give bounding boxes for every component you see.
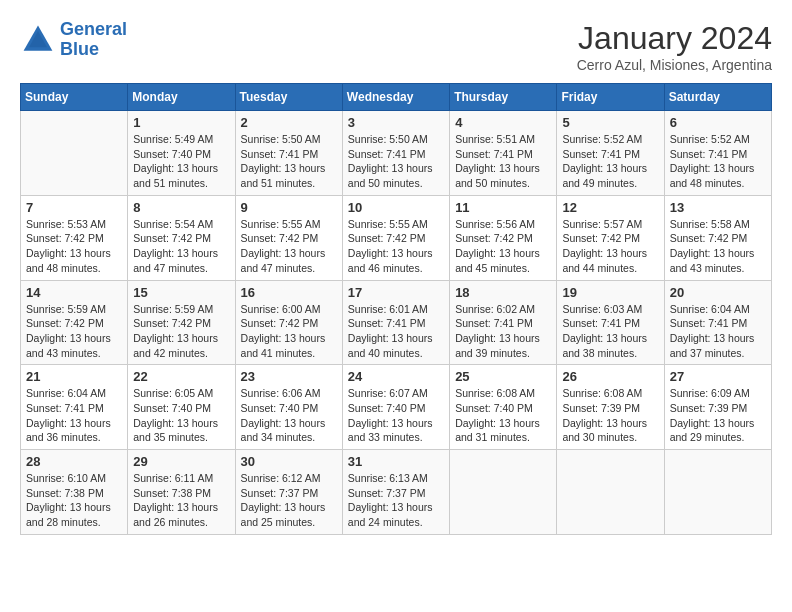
weekday-header-cell: Tuesday (235, 84, 342, 111)
day-number: 2 (241, 115, 337, 130)
calendar-day-cell: 15Sunrise: 5:59 AMSunset: 7:42 PMDayligh… (128, 280, 235, 365)
logo-text: General Blue (60, 20, 127, 60)
calendar-day-cell (664, 450, 771, 535)
calendar-day-cell (450, 450, 557, 535)
day-info: Sunrise: 5:59 AMSunset: 7:42 PMDaylight:… (26, 302, 122, 361)
day-info: Sunrise: 6:00 AMSunset: 7:42 PMDaylight:… (241, 302, 337, 361)
day-number: 19 (562, 285, 658, 300)
day-info: Sunrise: 6:07 AMSunset: 7:40 PMDaylight:… (348, 386, 444, 445)
calendar-day-cell: 30Sunrise: 6:12 AMSunset: 7:37 PMDayligh… (235, 450, 342, 535)
weekday-header-cell: Saturday (664, 84, 771, 111)
day-number: 27 (670, 369, 766, 384)
day-info: Sunrise: 6:04 AMSunset: 7:41 PMDaylight:… (26, 386, 122, 445)
day-info: Sunrise: 5:49 AMSunset: 7:40 PMDaylight:… (133, 132, 229, 191)
day-info: Sunrise: 5:52 AMSunset: 7:41 PMDaylight:… (562, 132, 658, 191)
day-info: Sunrise: 6:11 AMSunset: 7:38 PMDaylight:… (133, 471, 229, 530)
day-info: Sunrise: 6:08 AMSunset: 7:39 PMDaylight:… (562, 386, 658, 445)
day-number: 6 (670, 115, 766, 130)
weekday-header-cell: Friday (557, 84, 664, 111)
calendar-day-cell: 25Sunrise: 6:08 AMSunset: 7:40 PMDayligh… (450, 365, 557, 450)
calendar-day-cell: 3Sunrise: 5:50 AMSunset: 7:41 PMDaylight… (342, 111, 449, 196)
day-number: 28 (26, 454, 122, 469)
day-number: 22 (133, 369, 229, 384)
day-number: 11 (455, 200, 551, 215)
calendar-day-cell: 11Sunrise: 5:56 AMSunset: 7:42 PMDayligh… (450, 195, 557, 280)
calendar-day-cell: 14Sunrise: 5:59 AMSunset: 7:42 PMDayligh… (21, 280, 128, 365)
day-number: 18 (455, 285, 551, 300)
day-info: Sunrise: 6:08 AMSunset: 7:40 PMDaylight:… (455, 386, 551, 445)
calendar-day-cell: 17Sunrise: 6:01 AMSunset: 7:41 PMDayligh… (342, 280, 449, 365)
day-info: Sunrise: 5:54 AMSunset: 7:42 PMDaylight:… (133, 217, 229, 276)
calendar-day-cell: 29Sunrise: 6:11 AMSunset: 7:38 PMDayligh… (128, 450, 235, 535)
day-number: 3 (348, 115, 444, 130)
location-subtitle: Cerro Azul, Misiones, Argentina (577, 57, 772, 73)
calendar-day-cell: 31Sunrise: 6:13 AMSunset: 7:37 PMDayligh… (342, 450, 449, 535)
day-number: 31 (348, 454, 444, 469)
weekday-header-row: SundayMondayTuesdayWednesdayThursdayFrid… (21, 84, 772, 111)
logo-line2: Blue (60, 39, 99, 59)
month-title: January 2024 (577, 20, 772, 57)
calendar-day-cell: 8Sunrise: 5:54 AMSunset: 7:42 PMDaylight… (128, 195, 235, 280)
calendar-table: SundayMondayTuesdayWednesdayThursdayFrid… (20, 83, 772, 535)
calendar-week-row: 14Sunrise: 5:59 AMSunset: 7:42 PMDayligh… (21, 280, 772, 365)
day-info: Sunrise: 5:55 AMSunset: 7:42 PMDaylight:… (241, 217, 337, 276)
calendar-day-cell: 4Sunrise: 5:51 AMSunset: 7:41 PMDaylight… (450, 111, 557, 196)
logo: General Blue (20, 20, 127, 60)
calendar-day-cell: 13Sunrise: 5:58 AMSunset: 7:42 PMDayligh… (664, 195, 771, 280)
day-number: 4 (455, 115, 551, 130)
calendar-week-row: 7Sunrise: 5:53 AMSunset: 7:42 PMDaylight… (21, 195, 772, 280)
calendar-day-cell: 12Sunrise: 5:57 AMSunset: 7:42 PMDayligh… (557, 195, 664, 280)
calendar-day-cell: 10Sunrise: 5:55 AMSunset: 7:42 PMDayligh… (342, 195, 449, 280)
calendar-day-cell: 26Sunrise: 6:08 AMSunset: 7:39 PMDayligh… (557, 365, 664, 450)
day-number: 16 (241, 285, 337, 300)
day-info: Sunrise: 6:05 AMSunset: 7:40 PMDaylight:… (133, 386, 229, 445)
day-number: 26 (562, 369, 658, 384)
weekday-header-cell: Wednesday (342, 84, 449, 111)
calendar-day-cell: 7Sunrise: 5:53 AMSunset: 7:42 PMDaylight… (21, 195, 128, 280)
calendar-day-cell: 6Sunrise: 5:52 AMSunset: 7:41 PMDaylight… (664, 111, 771, 196)
logo-icon (20, 22, 56, 58)
day-number: 8 (133, 200, 229, 215)
day-info: Sunrise: 5:58 AMSunset: 7:42 PMDaylight:… (670, 217, 766, 276)
day-number: 12 (562, 200, 658, 215)
calendar-day-cell: 2Sunrise: 5:50 AMSunset: 7:41 PMDaylight… (235, 111, 342, 196)
weekday-header-cell: Monday (128, 84, 235, 111)
day-number: 15 (133, 285, 229, 300)
day-number: 24 (348, 369, 444, 384)
day-info: Sunrise: 5:50 AMSunset: 7:41 PMDaylight:… (241, 132, 337, 191)
calendar-day-cell: 24Sunrise: 6:07 AMSunset: 7:40 PMDayligh… (342, 365, 449, 450)
day-number: 7 (26, 200, 122, 215)
calendar-week-row: 21Sunrise: 6:04 AMSunset: 7:41 PMDayligh… (21, 365, 772, 450)
calendar-day-cell (21, 111, 128, 196)
calendar-day-cell: 28Sunrise: 6:10 AMSunset: 7:38 PMDayligh… (21, 450, 128, 535)
page-header: General Blue January 2024 Cerro Azul, Mi… (20, 20, 772, 73)
calendar-day-cell: 21Sunrise: 6:04 AMSunset: 7:41 PMDayligh… (21, 365, 128, 450)
logo-line1: General (60, 19, 127, 39)
day-info: Sunrise: 6:03 AMSunset: 7:41 PMDaylight:… (562, 302, 658, 361)
day-info: Sunrise: 6:10 AMSunset: 7:38 PMDaylight:… (26, 471, 122, 530)
calendar-week-row: 1Sunrise: 5:49 AMSunset: 7:40 PMDaylight… (21, 111, 772, 196)
day-info: Sunrise: 5:52 AMSunset: 7:41 PMDaylight:… (670, 132, 766, 191)
day-info: Sunrise: 6:09 AMSunset: 7:39 PMDaylight:… (670, 386, 766, 445)
day-info: Sunrise: 5:56 AMSunset: 7:42 PMDaylight:… (455, 217, 551, 276)
calendar-day-cell: 5Sunrise: 5:52 AMSunset: 7:41 PMDaylight… (557, 111, 664, 196)
calendar-day-cell: 23Sunrise: 6:06 AMSunset: 7:40 PMDayligh… (235, 365, 342, 450)
calendar-day-cell (557, 450, 664, 535)
day-number: 1 (133, 115, 229, 130)
day-number: 9 (241, 200, 337, 215)
day-info: Sunrise: 6:13 AMSunset: 7:37 PMDaylight:… (348, 471, 444, 530)
day-info: Sunrise: 6:06 AMSunset: 7:40 PMDaylight:… (241, 386, 337, 445)
day-info: Sunrise: 6:02 AMSunset: 7:41 PMDaylight:… (455, 302, 551, 361)
day-info: Sunrise: 5:57 AMSunset: 7:42 PMDaylight:… (562, 217, 658, 276)
calendar-body: 1Sunrise: 5:49 AMSunset: 7:40 PMDaylight… (21, 111, 772, 535)
day-number: 5 (562, 115, 658, 130)
calendar-day-cell: 20Sunrise: 6:04 AMSunset: 7:41 PMDayligh… (664, 280, 771, 365)
weekday-header-cell: Sunday (21, 84, 128, 111)
day-number: 14 (26, 285, 122, 300)
day-info: Sunrise: 6:12 AMSunset: 7:37 PMDaylight:… (241, 471, 337, 530)
day-number: 10 (348, 200, 444, 215)
day-number: 13 (670, 200, 766, 215)
day-info: Sunrise: 6:04 AMSunset: 7:41 PMDaylight:… (670, 302, 766, 361)
calendar-day-cell: 9Sunrise: 5:55 AMSunset: 7:42 PMDaylight… (235, 195, 342, 280)
day-number: 25 (455, 369, 551, 384)
